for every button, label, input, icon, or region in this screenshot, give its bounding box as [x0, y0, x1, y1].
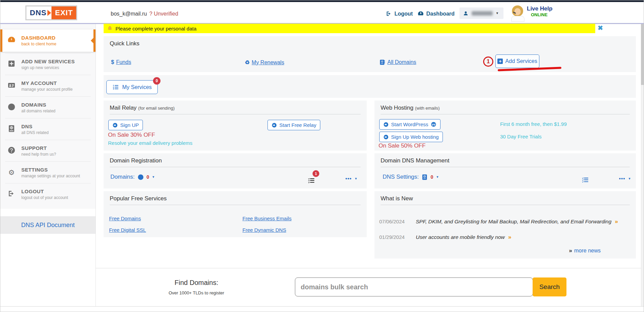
- start-free-relay-label: Start Free Relay: [279, 122, 316, 128]
- footer-divider: [96, 268, 644, 268]
- sidebar-item-subtitle: manage your account profile: [21, 87, 88, 92]
- domain-registration-section: Domain Registration Domains: 0 ▼ 1 ••• ▼: [104, 153, 367, 188]
- live-help-widget[interactable]: Live Help ONLINE: [510, 5, 553, 22]
- section-subtitle: (for email sending): [138, 106, 175, 111]
- gauge-icon: [417, 10, 424, 17]
- arrow-circle-icon: [383, 134, 389, 140]
- chevron-down-icon: ▼: [628, 177, 631, 180]
- section-title: Web Hosting (with emails): [381, 105, 440, 111]
- sidebar-item-title: ADD NEW SERVICES: [21, 59, 88, 64]
- mail-relay-note-link[interactable]: Resolve your email delivery problems: [108, 140, 192, 146]
- my-services-section: My Services 0: [104, 75, 636, 98]
- sidebar-item-subtitle: back to client home: [21, 42, 93, 46]
- chevrons-right-icon: »: [508, 234, 511, 240]
- sidebar-item-title: DASHBOARD: [21, 35, 93, 41]
- header: DNS EXIT bos_k@mail.ru? Unverified Logou…: [0, 2, 644, 23]
- start-free-relay-button[interactable]: Start Free Relay: [267, 120, 320, 130]
- sidebar-item-dashboard[interactable]: DASHBOARD back to client home: [0, 29, 95, 52]
- sidebar-item-subtitle: logout out of your account: [21, 195, 88, 200]
- free-business-emails-link[interactable]: Free Business Emails: [242, 216, 292, 221]
- sidebar-item-domains[interactable]: DOMAINS all domains related: [5, 96, 91, 118]
- all-domains-link[interactable]: All Domains: [379, 59, 416, 65]
- page-bottom-edge: [0, 306, 644, 307]
- find-domains-subtitle: Over 1000+ TLDs to register: [149, 290, 244, 295]
- dnsexit-logo[interactable]: DNS EXIT: [25, 5, 77, 20]
- section-subtitle: (with emails): [415, 106, 440, 111]
- question-circle-icon: [7, 146, 16, 156]
- domains-count: 0: [147, 174, 149, 180]
- sidebar-item-settings[interactable]: ⚙ SETTINGS manage settings at your accou…: [5, 161, 91, 183]
- address-book-icon: [379, 59, 385, 65]
- tasks-icon: [308, 177, 315, 184]
- user-menu[interactable]: ▼: [459, 7, 503, 19]
- sidebar-item-subtitle: need help from us?: [21, 152, 88, 157]
- signup-web-hosting-label: Sign Up Web hosting: [391, 134, 439, 140]
- section-divider: [381, 205, 630, 205]
- section-title: Domain Registration: [110, 157, 162, 164]
- signup-label: Sign UP: [120, 122, 139, 128]
- banner-message: Please complete your personal data: [115, 26, 196, 31]
- my-renewals-link[interactable]: ♻ My Renewals: [245, 59, 284, 66]
- chevron-down-icon: ▼: [355, 177, 358, 180]
- section-title: Mail Relay (for email sending): [110, 105, 175, 111]
- more-news-link[interactable]: » more news: [569, 247, 601, 254]
- sign-out-icon: [7, 190, 16, 199]
- plus-square-icon: [7, 60, 16, 69]
- email-text: bos_k@mail.ru: [111, 11, 147, 17]
- globe-icon: [137, 174, 144, 180]
- signup-web-hosting-button[interactable]: Sign Up Web hosting: [379, 132, 443, 142]
- start-wordpress-button[interactable]: Start WordPress: [379, 119, 441, 130]
- sidebar-item-title: SETTINGS: [21, 167, 88, 173]
- unverified-status[interactable]: ? Unverified: [149, 11, 178, 17]
- free-domains-link[interactable]: Free Domains: [109, 216, 141, 221]
- logout-button[interactable]: Logout: [386, 10, 413, 17]
- funds-link[interactable]: $ Funds: [111, 59, 131, 65]
- my-services-button[interactable]: My Services: [106, 80, 158, 94]
- sidebar-item-dns[interactable]: DNS all DNS related: [5, 118, 91, 140]
- dns-api-document-link[interactable]: DNS API Document: [21, 222, 74, 229]
- dashboard-label: Dashboard: [426, 11, 455, 17]
- annotation-step-circle: 1: [483, 57, 493, 67]
- sidebar-item-logout[interactable]: LOGOUT logout out of your account: [5, 183, 91, 205]
- dns-tasks-button[interactable]: [582, 176, 589, 185]
- funds-label: Funds: [116, 59, 131, 65]
- gauge-icon: [7, 36, 16, 45]
- free-digital-ssl-link[interactable]: Free Digital SSL: [109, 227, 146, 233]
- domain-more-menu[interactable]: ••• ▼: [345, 176, 358, 181]
- sidebar-item-title: DNS: [21, 124, 88, 129]
- dns-more-menu[interactable]: ••• ▼: [619, 176, 631, 181]
- ellipsis-icon: •••: [345, 176, 352, 181]
- domain-tasks-button[interactable]: [308, 177, 315, 185]
- dashboard-button[interactable]: Dashboard: [417, 10, 455, 17]
- domain-search-button[interactable]: Search: [533, 277, 566, 296]
- sidebar-item-add-new-services[interactable]: ADD NEW SERVICES sign up new services: [5, 53, 91, 75]
- news-item[interactable]: 01/29/2024 User accounts are mobile frie…: [379, 234, 511, 241]
- section-title: Domain DNS Management: [381, 157, 449, 164]
- free-dynamic-dns-link[interactable]: Free Dynamic DNS: [242, 227, 286, 233]
- section-divider: [110, 205, 361, 205]
- dns-settings-dropdown[interactable]: DNS Settings: 0 ▼: [383, 174, 439, 180]
- dns-count: 0: [431, 174, 433, 180]
- domain-search-input[interactable]: [295, 277, 533, 296]
- dns-settings-label: DNS Settings:: [383, 174, 419, 180]
- sidebar-item-subtitle: manage settings at your account: [21, 174, 88, 178]
- chevron-down-icon: ▼: [152, 175, 155, 179]
- section-divider: [381, 167, 630, 167]
- dns-book-icon: [7, 125, 16, 134]
- sidebar-item-title: MY ACCOUNT: [21, 80, 88, 86]
- account-email: bos_k@mail.ru? Unverified: [111, 11, 178, 17]
- scrollbar-thumb[interactable]: [641, 24, 644, 85]
- banner-close-icon[interactable]: ✖: [596, 24, 604, 32]
- section-title: Popular Free Services: [110, 195, 167, 202]
- section-divider: [110, 167, 361, 167]
- add-services-button[interactable]: + Add Services: [495, 54, 539, 68]
- logout-label: Logout: [394, 11, 413, 17]
- domains-dropdown[interactable]: Domains: 0 ▼: [110, 174, 155, 180]
- wordpress-icon: [431, 121, 436, 127]
- sidebar-item-my-account[interactable]: MY ACCOUNT manage your account profile: [5, 75, 91, 96]
- plus-icon: +: [497, 59, 503, 64]
- news-item[interactable]: 07/06/2024 SPF, DKIM, and Greylisting fo…: [379, 218, 618, 225]
- news-title: SPF, DKIM, and Greylisting for Mail Back…: [416, 218, 618, 225]
- sidebar-item-support[interactable]: SUPPORT need help from us?: [5, 140, 91, 161]
- mail-relay-signup-button[interactable]: Sign UP: [108, 120, 143, 130]
